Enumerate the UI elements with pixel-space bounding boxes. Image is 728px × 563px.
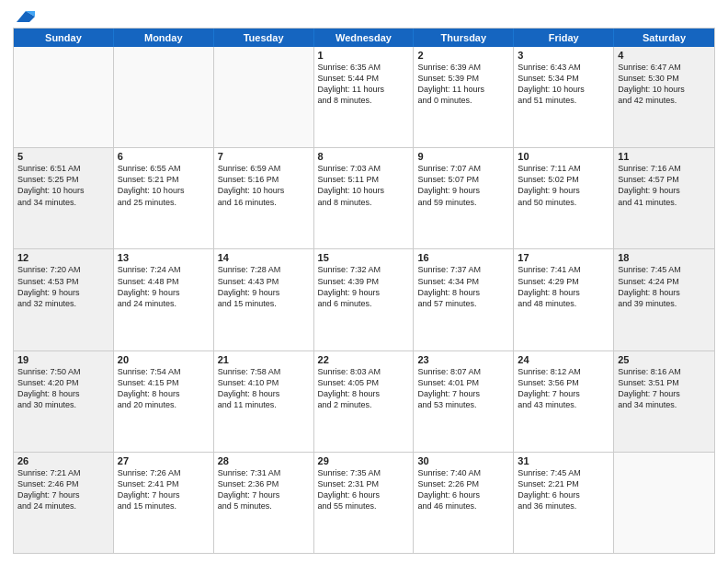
day-number: 4 [618,50,711,61]
day-info: Sunrise: 7:58 AM Sunset: 4:10 PM Dayligh… [218,366,310,411]
day-number: 10 [518,151,609,162]
day-info: Sunrise: 7:40 AM Sunset: 2:26 PM Dayligh… [417,467,509,512]
day-number: 13 [118,252,210,263]
table-row: 12Sunrise: 7:20 AM Sunset: 4:53 PM Dayli… [14,249,114,350]
table-row: 31Sunrise: 7:45 AM Sunset: 2:21 PM Dayli… [514,453,614,553]
table-row: 15Sunrise: 7:32 AM Sunset: 4:39 PM Dayli… [314,249,415,350]
day-info: Sunrise: 6:55 AM Sunset: 5:21 PM Dayligh… [118,163,210,208]
table-row: 19Sunrise: 7:50 AM Sunset: 4:20 PM Dayli… [14,351,114,452]
table-row: 22Sunrise: 8:03 AM Sunset: 4:05 PM Dayli… [314,351,415,452]
day-number: 22 [318,354,410,365]
table-row: 2Sunrise: 6:39 AM Sunset: 5:39 PM Daylig… [414,47,514,147]
day-number: 26 [17,455,109,466]
day-number: 7 [218,151,310,162]
day-number: 31 [518,455,609,466]
table-row: 20Sunrise: 7:54 AM Sunset: 4:15 PM Dayli… [114,351,214,452]
table-row [114,47,214,147]
calendar: SundayMondayTuesdayWednesdayThursdayFrid… [13,28,715,554]
day-info: Sunrise: 7:21 AM Sunset: 2:46 PM Dayligh… [17,467,109,512]
day-info: Sunrise: 7:20 AM Sunset: 4:53 PM Dayligh… [17,264,109,309]
day-number: 28 [218,455,310,466]
cal-header-thursday: Thursday [414,29,514,47]
table-row: 28Sunrise: 7:31 AM Sunset: 2:36 PM Dayli… [214,453,314,553]
table-row: 26Sunrise: 7:21 AM Sunset: 2:46 PM Dayli… [14,453,114,553]
day-number: 29 [318,455,410,466]
table-row: 11Sunrise: 7:16 AM Sunset: 4:57 PM Dayli… [614,148,714,248]
day-number: 3 [518,50,609,61]
logo [13,9,35,22]
day-number: 27 [118,455,210,466]
day-info: Sunrise: 6:51 AM Sunset: 5:25 PM Dayligh… [17,163,109,208]
day-info: Sunrise: 7:24 AM Sunset: 4:48 PM Dayligh… [118,264,210,309]
day-info: Sunrise: 7:11 AM Sunset: 5:02 PM Dayligh… [518,163,609,208]
table-row [14,47,114,147]
day-number: 23 [417,354,509,365]
table-row: 21Sunrise: 7:58 AM Sunset: 4:10 PM Dayli… [214,351,314,452]
day-info: Sunrise: 7:07 AM Sunset: 5:07 PM Dayligh… [417,163,509,208]
day-info: Sunrise: 7:28 AM Sunset: 4:43 PM Dayligh… [218,264,310,309]
day-number: 15 [318,252,410,263]
day-info: Sunrise: 8:07 AM Sunset: 4:01 PM Dayligh… [417,366,509,411]
day-info: Sunrise: 7:26 AM Sunset: 2:41 PM Dayligh… [118,467,210,512]
day-info: Sunrise: 7:16 AM Sunset: 4:57 PM Dayligh… [618,163,711,208]
table-row: 29Sunrise: 7:35 AM Sunset: 2:31 PM Dayli… [314,453,415,553]
table-row: 9Sunrise: 7:07 AM Sunset: 5:07 PM Daylig… [414,148,514,248]
day-number: 18 [618,252,711,263]
calendar-week-1: 1Sunrise: 6:35 AM Sunset: 5:44 PM Daylig… [14,47,714,148]
day-info: Sunrise: 7:35 AM Sunset: 2:31 PM Dayligh… [318,467,410,512]
calendar-body: 1Sunrise: 6:35 AM Sunset: 5:44 PM Daylig… [14,47,714,553]
day-number: 19 [17,354,109,365]
table-row: 3Sunrise: 6:43 AM Sunset: 5:34 PM Daylig… [514,47,614,147]
day-number: 8 [318,151,410,162]
day-number: 20 [118,354,210,365]
day-number: 12 [17,252,109,263]
table-row: 16Sunrise: 7:37 AM Sunset: 4:34 PM Dayli… [414,249,514,350]
cal-header-sunday: Sunday [14,29,114,47]
day-info: Sunrise: 6:35 AM Sunset: 5:44 PM Dayligh… [318,62,410,107]
day-number: 2 [417,50,509,61]
day-number: 24 [518,354,609,365]
table-row: 30Sunrise: 7:40 AM Sunset: 2:26 PM Dayli… [414,453,514,553]
calendar-week-3: 12Sunrise: 7:20 AM Sunset: 4:53 PM Dayli… [14,249,714,350]
calendar-header: SundayMondayTuesdayWednesdayThursdayFrid… [14,29,714,47]
day-number: 14 [218,252,310,263]
table-row: 8Sunrise: 7:03 AM Sunset: 5:11 PM Daylig… [314,148,415,248]
table-row: 18Sunrise: 7:45 AM Sunset: 4:24 PM Dayli… [614,249,714,350]
day-info: Sunrise: 6:59 AM Sunset: 5:16 PM Dayligh… [218,163,310,208]
cal-header-monday: Monday [114,29,214,47]
table-row [214,47,314,147]
day-number: 1 [318,50,410,61]
table-row: 24Sunrise: 8:12 AM Sunset: 3:56 PM Dayli… [514,351,614,452]
page: SundayMondayTuesdayWednesdayThursdayFrid… [0,0,728,563]
table-row: 13Sunrise: 7:24 AM Sunset: 4:48 PM Dayli… [114,249,214,350]
day-info: Sunrise: 8:16 AM Sunset: 3:51 PM Dayligh… [618,366,711,411]
day-number: 17 [518,252,609,263]
day-info: Sunrise: 8:12 AM Sunset: 3:56 PM Dayligh… [518,366,609,411]
table-row: 4Sunrise: 6:47 AM Sunset: 5:30 PM Daylig… [614,47,714,147]
day-number: 16 [417,252,509,263]
day-info: Sunrise: 7:54 AM Sunset: 4:15 PM Dayligh… [118,366,210,411]
calendar-week-2: 5Sunrise: 6:51 AM Sunset: 5:25 PM Daylig… [14,148,714,249]
day-number: 9 [417,151,509,162]
day-info: Sunrise: 6:43 AM Sunset: 5:34 PM Dayligh… [518,62,609,107]
day-number: 30 [417,455,509,466]
day-info: Sunrise: 7:03 AM Sunset: 5:11 PM Dayligh… [318,163,410,208]
header [13,9,715,22]
table-row [614,453,714,553]
day-number: 6 [118,151,210,162]
cal-header-saturday: Saturday [614,29,714,47]
table-row: 25Sunrise: 8:16 AM Sunset: 3:51 PM Dayli… [614,351,714,452]
day-info: Sunrise: 7:45 AM Sunset: 2:21 PM Dayligh… [518,467,609,512]
day-info: Sunrise: 7:50 AM Sunset: 4:20 PM Dayligh… [17,366,109,411]
day-number: 11 [618,151,711,162]
cal-header-friday: Friday [514,29,614,47]
table-row: 5Sunrise: 6:51 AM Sunset: 5:25 PM Daylig… [14,148,114,248]
day-info: Sunrise: 7:41 AM Sunset: 4:29 PM Dayligh… [518,264,609,309]
logo-icon [15,9,35,24]
cal-header-tuesday: Tuesday [214,29,314,47]
table-row: 10Sunrise: 7:11 AM Sunset: 5:02 PM Dayli… [514,148,614,248]
day-info: Sunrise: 8:03 AM Sunset: 4:05 PM Dayligh… [318,366,410,411]
day-info: Sunrise: 7:32 AM Sunset: 4:39 PM Dayligh… [318,264,410,309]
table-row: 1Sunrise: 6:35 AM Sunset: 5:44 PM Daylig… [314,47,415,147]
calendar-week-4: 19Sunrise: 7:50 AM Sunset: 4:20 PM Dayli… [14,351,714,453]
